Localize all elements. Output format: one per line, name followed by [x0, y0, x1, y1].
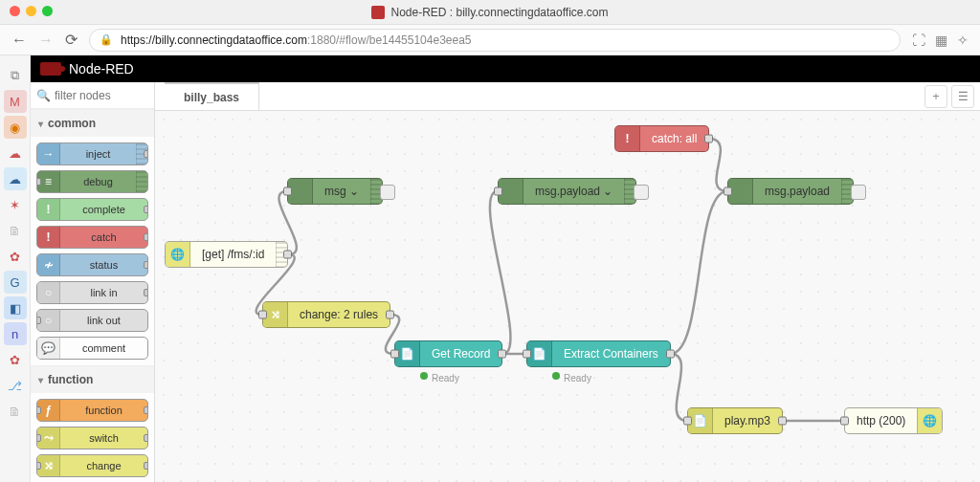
palette-node-link-out[interactable]: ○link out — [36, 309, 148, 332]
minimize-window-button[interactable] — [26, 6, 36, 16]
palette-node-link-in[interactable]: ○link in — [36, 281, 148, 304]
screenshot-icon[interactable]: ⛶ — [912, 33, 925, 48]
palette-node-comment[interactable]: 💬comment — [36, 337, 148, 360]
input-port[interactable] — [724, 187, 732, 196]
node-label: status — [60, 259, 147, 271]
debug-toggle-button[interactable] — [634, 185, 649, 200]
extensions-icon[interactable]: ✧ — [957, 33, 969, 48]
palette-node-catch[interactable]: !catch — [36, 226, 148, 249]
node-label: complete — [60, 204, 147, 215]
flow-node-change[interactable]: ⤭change: 2 rules — [262, 301, 390, 328]
input-port[interactable] — [258, 311, 267, 319]
input-port[interactable] — [283, 187, 292, 196]
node-label: msg ⌄ — [313, 185, 370, 198]
chevron-down-icon: ▾ — [38, 119, 43, 129]
input-port[interactable] — [494, 187, 502, 196]
rail-icon[interactable]: ✿ — [4, 348, 27, 371]
flow-node-play[interactable]: 📄play.mp3 — [687, 407, 783, 434]
rail-icon[interactable]: ✿ — [4, 245, 27, 268]
flow-node-msg3[interactable]: msg.payload — [727, 178, 854, 205]
output-port[interactable] — [498, 350, 506, 359]
palette-node-switch[interactable]: ⤳switch — [36, 427, 148, 449]
node-label: link out — [60, 315, 147, 326]
rail-icon[interactable]: ✶ — [4, 193, 27, 216]
node-icon: ! — [37, 227, 60, 248]
output-port[interactable] — [283, 251, 292, 259]
rail-icon[interactable]: n — [4, 322, 27, 345]
debug-toggle-button[interactable] — [851, 185, 866, 200]
input-port[interactable] — [523, 350, 531, 359]
output-port[interactable] — [778, 417, 787, 426]
nodered-logo-icon — [40, 62, 61, 76]
input-port[interactable] — [840, 417, 849, 426]
chevron-down-icon: ▾ — [38, 375, 43, 385]
rail-icon[interactable]: ◧ — [4, 296, 27, 319]
rail-icon[interactable]: ☁ — [4, 167, 27, 190]
palette-filter-input[interactable] — [55, 89, 148, 102]
node-label: debug — [60, 176, 136, 187]
node-label: Extract Containers — [552, 347, 670, 361]
palette-node-function[interactable]: ƒfunction — [36, 399, 148, 422]
output-port[interactable] — [666, 350, 675, 359]
rail-icon[interactable]: ☁ — [4, 142, 27, 164]
flow-node-getRecord[interactable]: 📄Get RecordReady — [394, 340, 502, 367]
node-icon: 💬 — [37, 338, 60, 359]
close-window-button[interactable] — [10, 6, 20, 16]
palette-category-common[interactable]: ▾ common — [31, 109, 154, 137]
rail-icon[interactable]: G — [4, 271, 27, 294]
search-icon: 🔍 — [36, 89, 51, 102]
list-flows-button[interactable]: ☰ — [951, 85, 974, 108]
workspace-tabs: billy_bass + ☰ — [155, 82, 980, 111]
node-icon: 🌐 — [166, 242, 190, 267]
node-icon: ≁ — [37, 254, 60, 275]
workspace: billy_bass + ☰ 🌐[get] /fms/:id⤭change: 2… — [155, 82, 980, 482]
input-port[interactable] — [390, 350, 399, 359]
node-icon: → — [37, 143, 60, 164]
app-title: Node-RED — [69, 61, 134, 77]
node-label: switch — [60, 432, 147, 444]
rail-icon[interactable]: 🗎 — [4, 219, 27, 242]
reload-button[interactable]: ⟳ — [65, 31, 78, 49]
flow-node-httpIn[interactable]: 🌐[get] /fms/:id — [165, 241, 288, 268]
qr-icon[interactable]: ▦ — [935, 33, 947, 48]
output-port[interactable] — [704, 135, 713, 143]
rail-icon[interactable]: 🗎 — [4, 400, 27, 423]
flow-node-msg2[interactable]: msg.payload ⌄ — [498, 178, 636, 205]
flow-node-httpOut[interactable]: http (200)🌐 — [844, 407, 943, 434]
palette-node-inject[interactable]: →inject — [36, 142, 148, 165]
window-title: Node-RED : billy.connectingdataoffice.co… — [390, 6, 608, 19]
zoom-window-button[interactable] — [42, 6, 53, 16]
browser-toolbar: ← → ⟳ 🔒 https://billy.connectingdataoffi… — [0, 25, 980, 55]
rail-icon[interactable]: ⎇ — [4, 374, 27, 397]
palette-search[interactable]: 🔍 — [31, 82, 154, 109]
flow-node-extract[interactable]: 📄Extract ContainersReady — [526, 340, 671, 367]
palette-node-status[interactable]: ≁status — [36, 253, 148, 276]
window-controls — [10, 6, 53, 16]
status-text: Ready — [564, 373, 591, 383]
workspace-tab[interactable]: billy_bass — [165, 82, 259, 110]
flow-canvas[interactable]: 🌐[get] /fms/:id⤭change: 2 rulesmsg ⌄📄Get… — [155, 111, 980, 482]
node-label: play.mp3 — [713, 414, 782, 427]
flow-node-msg1[interactable]: msg ⌄ — [287, 178, 383, 205]
palette-node-debug[interactable]: ≡debug — [36, 170, 148, 193]
add-flow-button[interactable]: + — [924, 85, 947, 108]
rail-icon[interactable]: M — [4, 90, 27, 113]
back-button[interactable]: ← — [11, 32, 27, 49]
node-label: comment — [60, 342, 147, 354]
status-text: Ready — [432, 373, 459, 383]
palette-node-change[interactable]: ⤭change — [36, 454, 148, 477]
flow-node-catch[interactable]: !catch: all — [614, 125, 709, 152]
node-label: msg.payload ⌄ — [523, 185, 624, 198]
rail-icon[interactable]: ◉ — [4, 116, 27, 139]
rail-home-icon[interactable]: ⧉ — [4, 64, 27, 87]
palette-category-function[interactable]: ▾ function — [31, 365, 154, 393]
node-icon: ! — [615, 126, 640, 151]
output-port[interactable] — [386, 311, 394, 319]
debug-toggle-button[interactable] — [380, 185, 395, 200]
address-bar[interactable]: 🔒 https://billy.connectingdataoffice.com… — [89, 29, 901, 52]
input-port[interactable] — [683, 417, 692, 426]
node-label: catch: all — [640, 132, 708, 145]
node-label: http (200) — [845, 414, 917, 427]
palette-node-complete[interactable]: !complete — [36, 198, 148, 221]
forward-button[interactable]: → — [38, 32, 54, 49]
